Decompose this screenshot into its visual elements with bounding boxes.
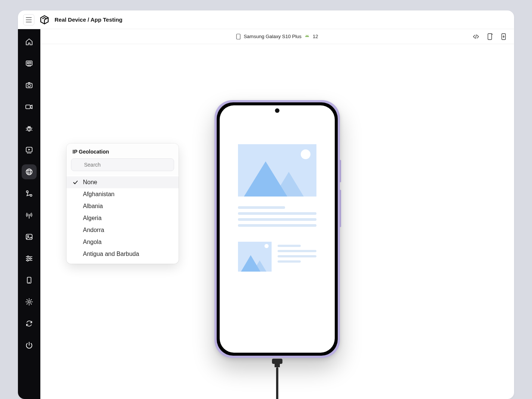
sidebar-item-sliders[interactable]	[22, 251, 37, 266]
sidebar-item-record[interactable]	[22, 99, 37, 114]
phone-side-button	[340, 160, 341, 182]
antenna-icon	[25, 211, 33, 219]
svg-rect-23	[26, 234, 32, 239]
video-icon	[25, 103, 33, 111]
device-icon	[25, 276, 33, 284]
country-label: Angola	[83, 239, 102, 245]
devtools-button[interactable]	[472, 33, 480, 40]
svg-point-14	[28, 84, 31, 87]
install-button[interactable]	[501, 33, 508, 40]
country-label: Algeria	[83, 215, 102, 222]
country-option[interactable]: Algeria	[66, 212, 179, 224]
play-box-icon	[25, 146, 33, 154]
sidebar-item-network[interactable]	[22, 186, 37, 201]
svg-rect-3	[236, 34, 240, 39]
logo-icon	[39, 15, 50, 25]
sidebar-item-screenshot[interactable]	[22, 78, 37, 93]
gear-icon	[25, 298, 33, 306]
svg-line-6	[306, 35, 306, 35]
sidebar-item-device[interactable]	[22, 273, 37, 288]
country-label: Albania	[83, 203, 103, 210]
globe-icon	[25, 168, 33, 176]
breadcrumb: Real Device / App Testing	[55, 16, 123, 23]
device-name-label: Samsung Galaxy S10 Plus	[244, 34, 301, 39]
placeholder-list-row	[238, 242, 316, 272]
svg-line-7	[308, 35, 308, 35]
sidebar-item-bug[interactable]	[22, 121, 37, 136]
svg-text:APP: APP	[28, 62, 31, 64]
country-option[interactable]: Afghanistan	[66, 188, 179, 200]
phone-camera-dot	[275, 108, 279, 113]
sidebar-item-signal[interactable]	[22, 208, 37, 223]
sidebar-item-play[interactable]	[22, 143, 37, 158]
svg-point-19	[28, 169, 31, 175]
country-label: Afghanistan	[83, 191, 115, 198]
popover-title: IP Geolocation	[66, 143, 179, 158]
sidebar-item-gallery[interactable]	[22, 229, 37, 244]
search-input[interactable]	[71, 158, 174, 171]
os-version-label: 12	[313, 34, 318, 39]
sidebar-item-settings[interactable]	[22, 294, 37, 309]
menu-button[interactable]	[23, 14, 34, 25]
svg-rect-15	[26, 105, 30, 109]
sidebar-item-sync[interactable]	[22, 316, 37, 331]
country-list[interactable]: NoneAfghanistanAlbaniaAlgeriaAndorraAngo…	[66, 175, 179, 264]
install-phone-icon	[501, 33, 507, 40]
device-bar: Samsung Galaxy S10 Plus 12	[40, 29, 514, 44]
route-icon	[25, 189, 33, 198]
placeholder-hero-image	[238, 144, 316, 197]
svg-point-24	[27, 235, 29, 237]
country-label: None	[83, 179, 97, 186]
svg-point-5	[307, 36, 308, 36]
app-icon: APP	[25, 59, 33, 68]
top-header: Real Device / App Testing	[18, 10, 514, 29]
left-sidebar: APP	[18, 29, 40, 399]
country-option[interactable]: Angola	[66, 236, 179, 248]
popover-search	[66, 158, 179, 175]
device-info: Samsung Galaxy S10 Plus 12	[236, 34, 318, 40]
phone-bezel	[217, 102, 338, 356]
placeholder-text-lines	[238, 206, 316, 227]
country-option[interactable]: Albania	[66, 200, 179, 212]
phone-screen[interactable]	[220, 105, 335, 353]
sidebar-item-home[interactable]	[22, 34, 37, 49]
svg-point-27	[27, 260, 28, 261]
sync-icon	[25, 319, 33, 328]
sidebar-item-power[interactable]	[22, 338, 37, 353]
sub-header-right	[472, 29, 508, 44]
app-window: Real Device / App Testing Samsung Galaxy…	[18, 10, 514, 399]
logo	[39, 14, 50, 25]
usb-cable	[273, 359, 281, 399]
country-option[interactable]: Andorra	[66, 224, 179, 236]
country-option[interactable]: Antigua and Barbuda	[66, 248, 179, 260]
bug-icon	[25, 124, 33, 133]
country-label: Antigua and Barbuda	[83, 251, 139, 257]
sidebar-item-app[interactable]: APP	[22, 56, 37, 71]
svg-point-4	[306, 36, 306, 36]
svg-point-18	[26, 169, 32, 175]
home-icon	[25, 38, 33, 46]
country-option[interactable]: None	[66, 176, 179, 188]
svg-point-30	[28, 301, 30, 303]
sliders-icon	[25, 254, 33, 263]
rotate-button[interactable]	[486, 33, 494, 40]
country-label: Andorra	[83, 227, 104, 233]
svg-rect-8	[488, 34, 492, 40]
svg-point-26	[30, 258, 31, 259]
camera-icon	[25, 81, 33, 89]
code-icon	[472, 33, 480, 40]
sidebar-item-geolocation[interactable]	[22, 164, 37, 179]
rotate-phone-icon	[486, 33, 493, 40]
svg-point-25	[27, 256, 29, 257]
check-icon	[72, 179, 78, 185]
ip-geolocation-popover: IP Geolocation NoneAfghanistanAlbaniaAlg…	[66, 143, 179, 264]
phone-mockup	[214, 100, 340, 358]
hamburger-icon	[26, 17, 32, 22]
power-icon	[25, 341, 33, 349]
android-icon	[304, 34, 310, 39]
phone-icon	[236, 34, 241, 40]
phone-side-button	[340, 190, 341, 227]
gallery-icon	[25, 233, 33, 241]
